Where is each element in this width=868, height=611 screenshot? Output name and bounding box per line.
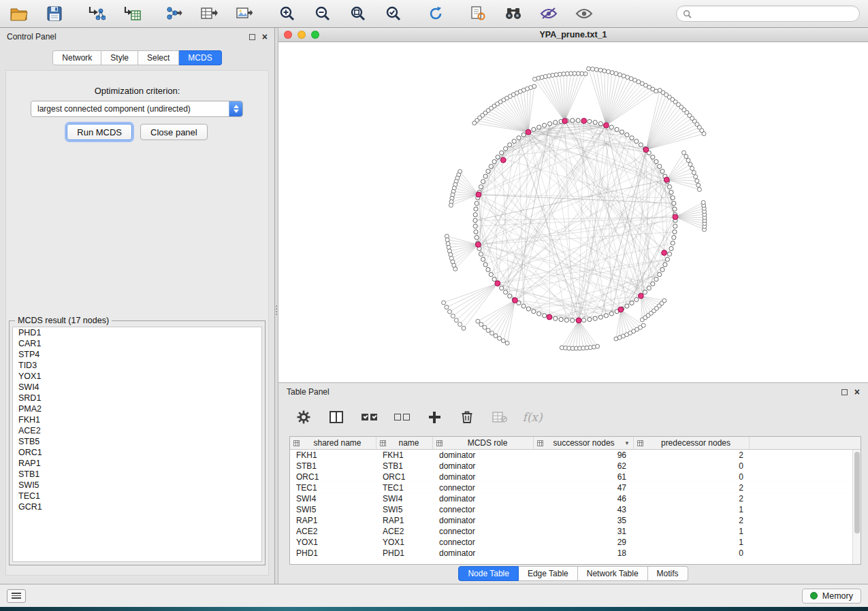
cell-name[interactable]: SWI5 bbox=[376, 504, 433, 515]
hide-selected-button[interactable] bbox=[538, 3, 560, 24]
network-node[interactable] bbox=[602, 69, 607, 73]
network-edge[interactable] bbox=[590, 122, 627, 306]
network-node[interactable] bbox=[593, 120, 597, 125]
network-node[interactable] bbox=[532, 310, 536, 314]
network-edge[interactable] bbox=[589, 69, 607, 125]
network-edge[interactable] bbox=[478, 245, 652, 284]
network-edge[interactable] bbox=[454, 188, 479, 195]
mcds-result-item[interactable]: FKH1 bbox=[13, 414, 261, 425]
cell-name[interactable]: SWI4 bbox=[376, 493, 433, 504]
cell-name[interactable]: ORC1 bbox=[376, 472, 433, 482]
network-node[interactable] bbox=[681, 150, 686, 154]
network-node[interactable] bbox=[481, 180, 485, 184]
network-node[interactable] bbox=[462, 326, 466, 330]
mcds-result-item[interactable]: STP4 bbox=[13, 349, 261, 360]
network-node-dominator[interactable] bbox=[562, 118, 568, 124]
table-row[interactable]: YOX1YOX1connector291 bbox=[290, 537, 852, 548]
network-node[interactable] bbox=[643, 290, 647, 294]
network-node[interactable] bbox=[590, 67, 594, 71]
network-node[interactable] bbox=[669, 246, 673, 250]
cell-mcds-role[interactable]: dominator bbox=[433, 493, 534, 504]
network-node[interactable] bbox=[671, 196, 675, 200]
network-edge[interactable] bbox=[675, 217, 705, 227]
search-input[interactable] bbox=[696, 9, 853, 18]
network-node[interactable] bbox=[489, 164, 493, 168]
network-node[interactable] bbox=[559, 317, 563, 321]
network-node[interactable] bbox=[521, 304, 526, 308]
tab-style[interactable]: Style bbox=[101, 50, 138, 65]
network-node[interactable] bbox=[490, 331, 494, 335]
network-edge[interactable] bbox=[646, 107, 681, 150]
refresh-layout-button[interactable] bbox=[425, 3, 447, 24]
network-node[interactable] bbox=[598, 68, 602, 72]
network-node[interactable] bbox=[690, 167, 694, 171]
network-node[interactable] bbox=[473, 224, 477, 228]
network-node[interactable] bbox=[651, 155, 655, 159]
network-node[interactable] bbox=[576, 118, 580, 122]
network-node[interactable] bbox=[445, 306, 449, 310]
table-row[interactable]: SWI5SWI5connector431 bbox=[290, 504, 852, 515]
network-edge[interactable] bbox=[451, 195, 479, 202]
cell-mcds-role[interactable]: connector bbox=[433, 537, 534, 548]
network-edge[interactable] bbox=[519, 121, 565, 303]
network-node[interactable] bbox=[543, 123, 547, 127]
cell-predecessor-nodes[interactable]: 2 bbox=[634, 493, 750, 504]
zoom-fit-button[interactable] bbox=[347, 3, 369, 24]
open-session-button[interactable] bbox=[8, 3, 30, 24]
network-edge[interactable] bbox=[666, 156, 686, 180]
network-node[interactable] bbox=[695, 179, 699, 183]
network-node-dominator[interactable] bbox=[604, 122, 609, 128]
network-node[interactable] bbox=[647, 286, 651, 290]
network-node[interactable] bbox=[663, 263, 667, 267]
maximize-window-icon[interactable] bbox=[311, 31, 319, 39]
table-row[interactable]: TEC1TEC1connector472 bbox=[290, 482, 852, 493]
network-node[interactable] bbox=[596, 344, 600, 348]
zoom-in-button[interactable] bbox=[276, 3, 298, 24]
network-edge[interactable] bbox=[456, 284, 498, 320]
network-edge[interactable] bbox=[553, 76, 565, 121]
network-node[interactable] bbox=[486, 267, 490, 271]
network-node[interactable] bbox=[472, 121, 477, 125]
network-titlebar[interactable]: YPA_prune.txt_1 bbox=[278, 28, 868, 42]
save-session-button[interactable] bbox=[44, 3, 65, 24]
mcds-result-item[interactable]: PHD1 bbox=[13, 327, 261, 338]
mcds-result-item[interactable]: CAR1 bbox=[13, 338, 261, 349]
network-node[interactable] bbox=[582, 318, 586, 322]
network-edge[interactable] bbox=[562, 320, 579, 348]
network-edge[interactable] bbox=[675, 212, 705, 217]
cell-successor-nodes[interactable]: 31 bbox=[534, 526, 634, 537]
network-edge[interactable] bbox=[675, 217, 705, 224]
network-node[interactable] bbox=[537, 312, 541, 316]
network-node[interactable] bbox=[686, 159, 690, 163]
network-node[interactable] bbox=[671, 241, 675, 245]
network-node[interactable] bbox=[688, 163, 692, 167]
cell-successor-nodes[interactable]: 47 bbox=[534, 482, 634, 493]
network-node[interactable] bbox=[496, 155, 500, 159]
cell-name[interactable]: FKH1 bbox=[376, 450, 433, 461]
network-edge[interactable] bbox=[479, 122, 561, 195]
first-neighbors-button[interactable] bbox=[502, 3, 524, 24]
network-node[interactable] bbox=[442, 301, 446, 305]
tab-edge-table[interactable]: Edge Table bbox=[519, 566, 578, 581]
show-all-button[interactable] bbox=[573, 3, 595, 24]
network-node-dominator[interactable] bbox=[547, 314, 552, 320]
mcds-result-item[interactable]: TEC1 bbox=[13, 491, 261, 501]
network-node[interactable] bbox=[684, 154, 688, 159]
network-node[interactable] bbox=[593, 316, 597, 320]
cell-shared-name[interactable]: ACE2 bbox=[290, 526, 376, 537]
cell-successor-nodes[interactable]: 96 bbox=[534, 450, 634, 461]
cell-mcds-role[interactable]: dominator bbox=[433, 461, 534, 472]
network-edge[interactable] bbox=[519, 138, 524, 306]
network-node[interactable] bbox=[634, 297, 639, 301]
cell-successor-nodes[interactable]: 29 bbox=[534, 537, 634, 548]
network-node[interactable] bbox=[517, 136, 521, 140]
task-history-button[interactable] bbox=[7, 589, 26, 603]
cell-mcds-role[interactable]: connector bbox=[433, 482, 534, 493]
network-node[interactable] bbox=[492, 160, 496, 164]
network-node[interactable] bbox=[451, 314, 455, 318]
network-edge[interactable] bbox=[528, 86, 534, 132]
network-edge[interactable] bbox=[452, 195, 479, 198]
mcds-result-item[interactable]: RAP1 bbox=[13, 458, 261, 469]
network-edge[interactable] bbox=[528, 88, 531, 133]
cell-mcds-role[interactable]: connector bbox=[433, 526, 534, 537]
